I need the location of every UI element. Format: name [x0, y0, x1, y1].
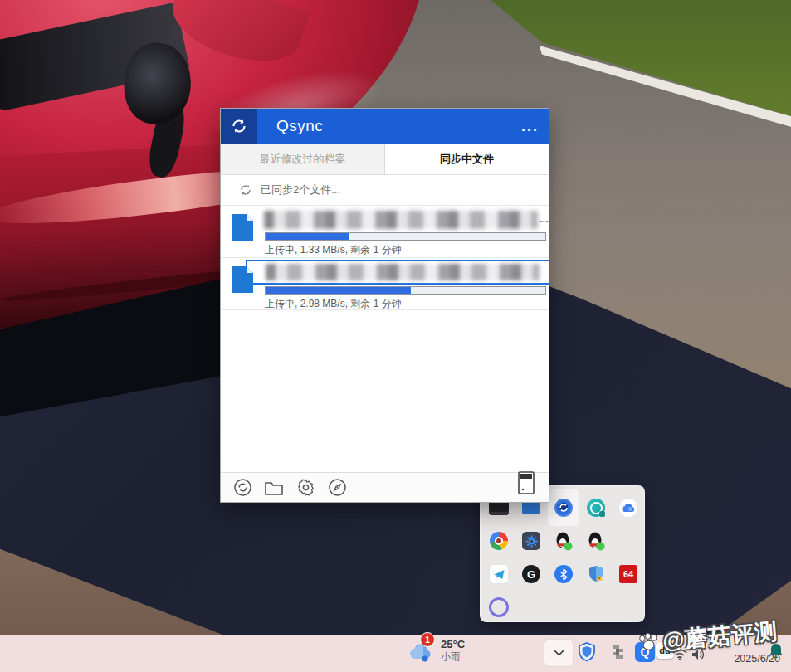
- qq-icon[interactable]: [554, 531, 574, 551]
- qsync-tab-bar: 最近修改过的档案 同步中文件: [221, 144, 549, 175]
- qsync-titlebar[interactable]: Qsync ...: [221, 109, 549, 144]
- weather-condition: 小雨: [441, 651, 465, 663]
- upload-status-text: 上传中, 1.33 MB/s, 剩余 1 分钟: [265, 243, 402, 257]
- cloud-drive-icon[interactable]: [618, 498, 638, 518]
- more-options-button[interactable]: ...: [521, 109, 539, 144]
- upload-progress-bar: [265, 286, 546, 295]
- nas-device-icon[interactable]: [518, 471, 535, 498]
- window-title: Qsync: [276, 117, 323, 135]
- upload-progress-bar: [265, 232, 546, 241]
- logitech-ghub-icon[interactable]: G: [521, 564, 541, 584]
- blurred-filename: [264, 211, 538, 229]
- chevron-down-icon: [554, 650, 564, 656]
- paw-icon: [637, 631, 660, 653]
- file-icon: [231, 213, 254, 241]
- gray-utility-icon[interactable]: [607, 641, 628, 663]
- driver-utility-icon[interactable]: [521, 531, 541, 551]
- browser-app-icon[interactable]: [489, 531, 509, 551]
- qsync-tray-icon[interactable]: [554, 498, 574, 518]
- bluetooth-icon[interactable]: [554, 564, 574, 584]
- weather-alert-badge: 1: [420, 632, 435, 647]
- open-folder-button[interactable]: [264, 478, 284, 498]
- telegram-icon[interactable]: [489, 564, 509, 584]
- qsync-logo-icon: [221, 109, 257, 144]
- tab-recently-modified[interactable]: 最近修改过的档案: [221, 144, 385, 174]
- weather-temperature: 25°C: [441, 639, 465, 651]
- progress-fill: [266, 233, 349, 240]
- qq-icon-2[interactable]: [586, 531, 606, 551]
- progress-fill: [266, 287, 411, 294]
- file-row[interactable]: ... 上传中, 1.33 MB/s, 剩余 1 分钟: [221, 206, 549, 258]
- blurred-filename: [266, 264, 540, 280]
- purple-ring-app-icon[interactable]: [489, 597, 509, 617]
- qsync-window: Qsync ... 最近修改过的档案 同步中文件 已同步2个文件... ... …: [220, 108, 549, 503]
- file-icon: [231, 265, 254, 294]
- qsync-toolbar: [221, 472, 549, 502]
- pc-manager-shield-icon[interactable]: [576, 641, 598, 663]
- aida64-icon[interactable]: 64: [618, 564, 638, 584]
- taskbar-weather-widget[interactable]: 1 25°C 小雨: [408, 638, 465, 663]
- sync-status-row: 已同步2个文件...: [221, 175, 549, 206]
- sync-button[interactable]: [232, 478, 252, 498]
- filename-selection-box[interactable]: [246, 260, 550, 285]
- browse-web-button[interactable]: [327, 478, 347, 498]
- filename-ellipsis: ...: [540, 212, 549, 225]
- file-row-selected[interactable]: 上传中, 2.98 MB/s, 剩余 1 分钟: [221, 258, 549, 310]
- tab-syncing-files[interactable]: 同步中文件: [385, 144, 549, 174]
- tray-overflow-flyout: G 64: [480, 485, 645, 622]
- settings-button[interactable]: [295, 478, 315, 498]
- sync-status-icon: [239, 183, 252, 197]
- security-shield-warning-icon[interactable]: [586, 564, 606, 584]
- sync-status-text: 已同步2个文件...: [261, 183, 340, 197]
- upload-status-text: 上传中, 2.98 MB/s, 剩余 1 分钟: [265, 297, 402, 311]
- tray-collapse-button[interactable]: [544, 640, 573, 666]
- teal-camera-app-icon[interactable]: [586, 498, 606, 518]
- weather-icon: 1: [408, 638, 435, 663]
